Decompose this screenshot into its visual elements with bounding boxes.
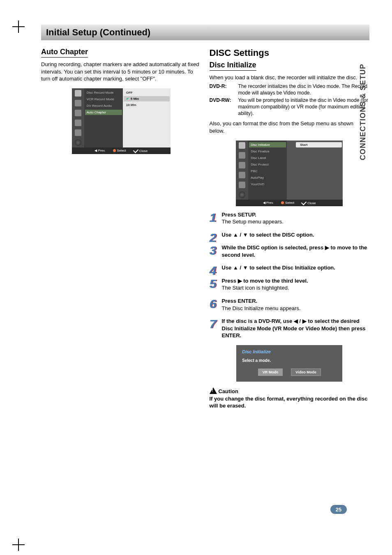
- osd1-value-off: OFF: [124, 90, 170, 95]
- after-defs-text: Also, you can format the disc from the S…: [210, 120, 370, 134]
- nav-icon-language: [75, 100, 81, 106]
- osd2-label-4: PBC: [249, 168, 286, 174]
- left-column: Auto Chapter During recording, chapter m…: [41, 48, 201, 410]
- auto-chapter-heading: Auto Chapter: [41, 48, 88, 58]
- osd2-footer-close: Close: [302, 201, 316, 205]
- disc-settings-heading: DISC Settings: [210, 48, 370, 58]
- dialog-btn-vr-mode: VR Mode: [258, 368, 283, 376]
- nav-icon-audio: [239, 162, 245, 168]
- osd2-footer-prev: Prev.: [263, 201, 274, 205]
- section-title-bar: Initial Setup (Continued): [41, 25, 369, 40]
- osd2-value-column: Start: [287, 140, 343, 200]
- crop-mark-bottom-left: [12, 539, 25, 551]
- step-6: Press ENTER.The Disc Initialize menu app…: [210, 297, 370, 312]
- osd2-label-2: Disc Label: [249, 155, 286, 161]
- auto-chapter-body: During recording, chapter markers are ad…: [41, 61, 201, 83]
- osd2-start-button: Start: [296, 142, 342, 147]
- disc-initialize-intro: When you load a blank disc, the recorder…: [210, 74, 370, 81]
- nav-icon-lock: [75, 120, 81, 126]
- page-number: 25: [330, 505, 347, 514]
- step-7: If the disc is a DVD-RW, use ◀ / ▶ to se…: [210, 318, 370, 339]
- osd1-footer: Prev. Select Close: [72, 147, 171, 154]
- step-1: Press SETUP.The Setup menu appears.: [210, 211, 370, 226]
- def-dvdr-label: DVD-R:: [210, 83, 238, 96]
- def-dvdrw-label: DVD-RW:: [210, 97, 238, 117]
- osd1-value-10min: 10 Min: [124, 102, 170, 108]
- osd1-value-5min-selected: ✔5 Min: [124, 96, 170, 101]
- osd-auto-chapter: Disc Record Mode VCR Record Mode DV Reco…: [72, 88, 171, 154]
- warning-icon: [210, 387, 217, 394]
- osd1-value-column: OFF ✔5 Min 10 Min: [123, 88, 171, 147]
- step-4: Use ▲ / ▼ to select the Disc Initialize …: [210, 264, 370, 272]
- osd2-label-5: AutoPlay: [249, 175, 286, 180]
- osd2-footer-select: Select: [281, 201, 294, 205]
- caution-heading: Caution: [210, 387, 370, 394]
- step-5: Press ▶ to move to the third level.The S…: [210, 277, 370, 292]
- steps-list: Press SETUP.The Setup menu appears. Use …: [210, 211, 370, 339]
- osd2-label-column: Disc Initialize Disc Finalize Disc Label…: [248, 140, 287, 200]
- osd1-icon-column: [72, 88, 84, 147]
- caution-body: If you change the disc format, everythin…: [210, 395, 370, 410]
- nav-icon-disc: [239, 191, 245, 198]
- crop-mark-top-left: [12, 21, 25, 33]
- dialog-message: Select a mode.: [242, 358, 337, 363]
- step-2: Use ▲ / ▼ to select the DISC option.: [210, 231, 370, 239]
- right-column: DISC Settings Disc Initialize When you l…: [210, 48, 370, 410]
- osd2-label-6: YourDVD: [249, 182, 286, 187]
- def-dvdrw-text: You will be prompted to initialize the d…: [238, 97, 370, 117]
- dialog-btn-video-mode: Video Mode: [291, 368, 321, 376]
- osd1-label-3-selected: Auto Chapter: [85, 110, 122, 115]
- side-tab: CONNECTIONS & SETUP: [359, 64, 367, 160]
- nav-icon-audio: [75, 110, 81, 116]
- osd2-icon-column: [236, 140, 248, 200]
- osd1-footer-prev: Prev.: [95, 149, 105, 153]
- def-dvdr-text: The recorder initializes the disc in Vid…: [238, 83, 370, 96]
- disc-initialize-dialog: Disc Initialize Select a mode. VR Mode V…: [236, 345, 342, 382]
- dialog-title: Disc Initialize: [242, 349, 337, 354]
- disc-initialize-heading: Disc Initialize: [210, 61, 256, 71]
- nav-icon-general: [239, 142, 245, 149]
- osd1-label-0: Disc Record Mode: [85, 90, 122, 95]
- osd1-label-2: DV Record Audio: [85, 103, 122, 108]
- disc-type-definitions: DVD-R: The recorder initializes the disc…: [210, 83, 370, 117]
- osd2-label-0-selected: Disc Initialize: [249, 142, 286, 147]
- osd2-label-3: Disc Protect: [249, 162, 286, 167]
- nav-icon-lock: [239, 172, 245, 178]
- osd2-label-1: Disc Finalize: [249, 149, 286, 154]
- nav-icon-language: [239, 152, 245, 159]
- step-3: While the DISC option is selected, press…: [210, 244, 370, 258]
- nav-icon-general: [75, 90, 81, 97]
- nav-icon-record: [75, 129, 81, 136]
- osd1-footer-close: Close: [134, 149, 148, 153]
- osd-disc-initialize: Disc Initialize Disc Finalize Disc Label…: [236, 140, 343, 206]
- nav-icon-disc: [75, 139, 81, 146]
- osd2-footer: Prev. Select Close: [236, 200, 343, 206]
- osd1-label-1: VCR Record Mode: [85, 97, 122, 102]
- nav-icon-record: [239, 182, 245, 188]
- osd1-footer-select: Select: [113, 149, 126, 153]
- check-icon: ✔: [126, 97, 129, 101]
- osd1-label-column: Disc Record Mode VCR Record Mode DV Reco…: [84, 88, 123, 147]
